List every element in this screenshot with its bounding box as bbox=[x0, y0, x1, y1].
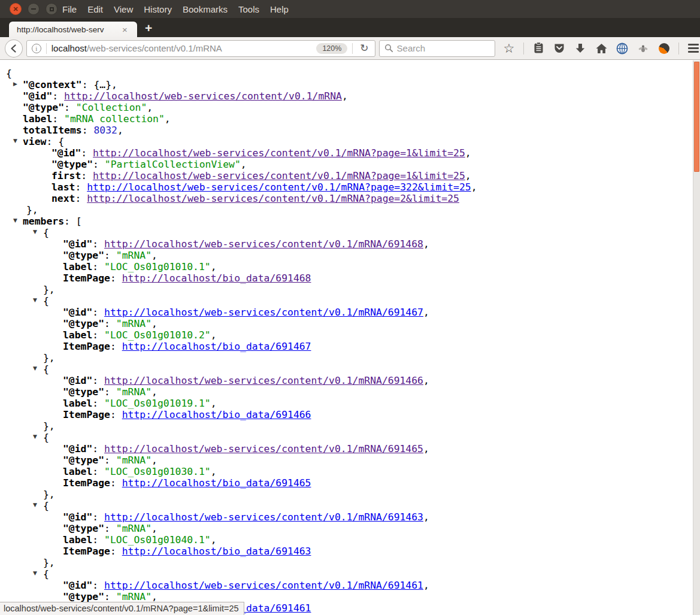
json-text: }, bbox=[43, 489, 55, 500]
json-link[interactable]: http://localhost/web-services/content/v0… bbox=[104, 511, 423, 523]
json-line: "@id": http://localhost/web-services/con… bbox=[0, 375, 693, 386]
json-line: }, bbox=[0, 284, 693, 295]
json-link[interactable]: http://localhost/bio_data/691467 bbox=[122, 341, 311, 352]
json-line: "@id": http://localhost/web-services/con… bbox=[0, 511, 693, 523]
scrollbar-track[interactable] bbox=[693, 60, 700, 615]
home-icon[interactable] bbox=[595, 42, 608, 55]
json-link[interactable]: http://localhost/web-services/content/v0… bbox=[104, 375, 423, 386]
json-text: "mRNA" bbox=[116, 386, 151, 398]
tab-close-icon[interactable]: × bbox=[122, 25, 128, 35]
json-text: , bbox=[211, 398, 217, 409]
back-button[interactable] bbox=[5, 40, 23, 57]
json-text: , bbox=[471, 181, 477, 193]
json-line: }, bbox=[0, 489, 693, 500]
globe-icon[interactable] bbox=[616, 42, 629, 55]
zoom-level-badge[interactable]: 120% bbox=[316, 43, 347, 54]
json-text: , bbox=[211, 329, 217, 341]
json-text: "@type" bbox=[63, 523, 104, 534]
extension-badge-icon[interactable] bbox=[657, 42, 671, 55]
json-link[interactable]: http://localhost/web-services/content/v0… bbox=[104, 443, 423, 455]
json-text: : bbox=[110, 409, 122, 420]
window-minimize-button[interactable] bbox=[28, 3, 40, 15]
json-link[interactable]: http://localhost/web-services/content/v0… bbox=[93, 147, 465, 159]
menu-item-bookmarks[interactable]: Bookmarks bbox=[183, 4, 228, 14]
json-link[interactable]: http://localhost/bio_data/691468 bbox=[122, 272, 311, 284]
json-link[interactable]: http://localhost/web-services/content/v0… bbox=[87, 181, 471, 193]
json-link[interactable]: http://localhost/bio_data/691466 bbox=[122, 409, 311, 420]
json-link[interactable]: http://localhost/bio_data/691463 bbox=[122, 546, 311, 557]
collapse-toggle-icon[interactable]: ▼ bbox=[13, 138, 17, 144]
menu-item-history[interactable]: History bbox=[144, 4, 172, 14]
json-link[interactable]: http://localhost/web-services/content/v0… bbox=[104, 307, 423, 318]
window-maximize-button[interactable] bbox=[46, 3, 57, 15]
json-line: ▼{ bbox=[0, 432, 693, 443]
expand-toggle-icon[interactable]: ▶ bbox=[13, 81, 17, 87]
reload-button[interactable]: ↻ bbox=[357, 43, 371, 53]
json-line: ItemPage: http://localhost/bio_data/6914… bbox=[0, 477, 693, 489]
collapse-toggle-icon[interactable]: ▼ bbox=[33, 571, 37, 576]
window-close-button[interactable]: ✕ bbox=[10, 3, 22, 15]
maximize-icon bbox=[50, 7, 54, 11]
json-text: "LOC_Os01g01010.1" bbox=[104, 261, 211, 272]
json-text: "LOC_Os01g01040.1" bbox=[104, 534, 211, 546]
json-line: "@type": "mRNA", bbox=[0, 523, 693, 534]
json-text: "Collection" bbox=[76, 102, 147, 113]
json-text: }, bbox=[43, 557, 55, 568]
json-text: "mRNA" bbox=[116, 318, 151, 329]
json-line: ▼members: [ bbox=[0, 216, 693, 227]
collapse-toggle-icon[interactable]: ▼ bbox=[13, 218, 17, 223]
json-text: : bbox=[92, 398, 104, 409]
json-text: : bbox=[104, 591, 116, 602]
json-link[interactable]: http://localhost/web-services/content/v0… bbox=[87, 193, 459, 204]
json-text: : bbox=[92, 580, 104, 591]
json-text: { bbox=[43, 227, 49, 238]
json-text: ItemPage bbox=[63, 546, 110, 557]
info-icon[interactable]: i bbox=[32, 44, 41, 53]
new-tab-button[interactable]: + bbox=[138, 19, 159, 37]
search-input[interactable] bbox=[397, 43, 481, 53]
scrollbar-thumb[interactable] bbox=[694, 62, 699, 172]
json-link[interactable]: http://localhost/web-services/content/v0… bbox=[104, 238, 423, 250]
menu-item-help[interactable]: Help bbox=[270, 4, 289, 14]
menu-item-edit[interactable]: Edit bbox=[87, 4, 103, 14]
menu-item-file[interactable]: File bbox=[62, 4, 77, 14]
menu-item-tools[interactable]: Tools bbox=[238, 4, 259, 14]
json-text: : bbox=[110, 341, 122, 352]
json-text: , bbox=[211, 466, 217, 477]
collapse-toggle-icon[interactable]: ▼ bbox=[33, 229, 37, 235]
json-text: "@id" bbox=[23, 90, 52, 102]
json-link[interactable]: http://localhost/web-services/content/v0… bbox=[93, 170, 465, 181]
collapse-toggle-icon[interactable]: ▼ bbox=[33, 298, 37, 303]
json-text: : bbox=[92, 375, 104, 386]
json-text: , bbox=[423, 238, 429, 250]
json-line: "@id": http://localhost/web-services/con… bbox=[0, 443, 693, 455]
json-text: : bbox=[104, 386, 116, 398]
json-text: "mRNA" bbox=[116, 250, 151, 261]
collapse-toggle-icon[interactable]: ▼ bbox=[33, 502, 37, 508]
fly-icon[interactable] bbox=[637, 42, 650, 55]
search-icon bbox=[384, 44, 393, 53]
url-bar[interactable]: i localhost/web-services/content/v0.1/mR… bbox=[26, 40, 375, 57]
json-text: "@id" bbox=[63, 443, 92, 455]
navigation-toolbar: i localhost/web-services/content/v0.1/mR… bbox=[0, 37, 700, 60]
json-line: label: "mRNA collection", bbox=[0, 113, 693, 125]
json-line: "@id": http://localhost/web-services/con… bbox=[0, 147, 693, 159]
json-text: , bbox=[423, 580, 429, 591]
json-link[interactable]: http://localhost/web-services/content/v0… bbox=[64, 90, 342, 102]
url-text[interactable]: localhost/web-services/content/v0.1/mRNA bbox=[51, 43, 317, 53]
clipboard-list-icon[interactable] bbox=[532, 42, 545, 55]
tab-active[interactable]: http://localhost/web-serv × bbox=[8, 21, 138, 37]
bookmark-star-icon[interactable]: ☆ bbox=[502, 42, 516, 55]
pocket-icon[interactable] bbox=[553, 42, 566, 55]
collapse-toggle-icon[interactable]: ▼ bbox=[33, 366, 37, 371]
download-icon[interactable] bbox=[574, 42, 587, 55]
json-text: , bbox=[151, 250, 157, 261]
json-text: : bbox=[81, 170, 93, 181]
json-link[interactable]: http://localhost/web-services/content/v0… bbox=[104, 580, 423, 591]
collapse-toggle-icon[interactable]: ▼ bbox=[33, 434, 37, 440]
json-link[interactable]: http://localhost/bio_data/691465 bbox=[122, 477, 311, 489]
search-box[interactable] bbox=[379, 40, 495, 57]
menu-hamburger-button[interactable] bbox=[687, 42, 700, 55]
menu-item-view[interactable]: View bbox=[114, 4, 133, 14]
json-text: : bbox=[104, 250, 116, 261]
